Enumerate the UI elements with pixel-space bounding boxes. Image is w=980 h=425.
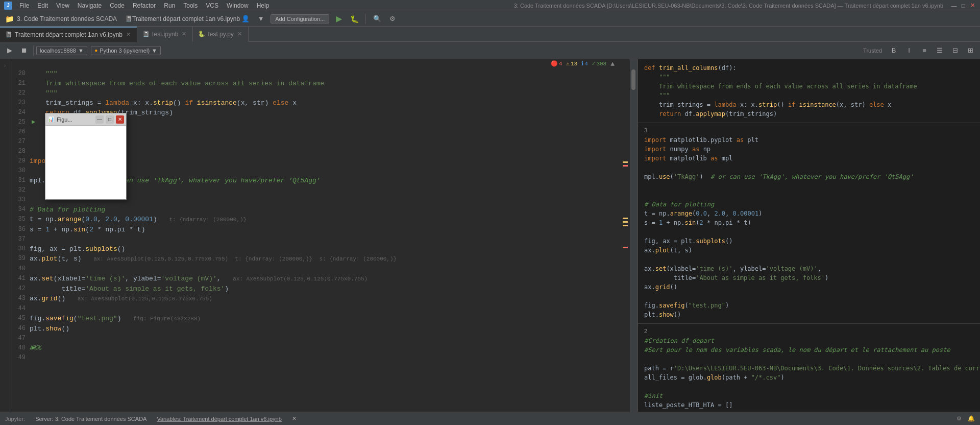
menu-edit[interactable]: Edit bbox=[33, 1, 52, 10]
close-btn[interactable]: ✕ bbox=[969, 2, 976, 9]
editor-area[interactable]: 🔴 4 ⚠ 13 ℹ 4 ✓ 308 bbox=[10, 59, 630, 412]
toolbar-italic-btn[interactable]: I bbox=[902, 44, 916, 57]
scroll-indicator-4 bbox=[623, 221, 628, 223]
bottom-bar: Jupyter: Server: 3. Code Traitement donn… bbox=[0, 412, 980, 425]
menu-window[interactable]: Window bbox=[223, 1, 253, 10]
host-selector[interactable]: localhost:8888 ▼ bbox=[36, 46, 87, 55]
figure-minimize-btn[interactable]: — bbox=[95, 115, 104, 124]
kernel-dropdown-icon: ▼ bbox=[152, 48, 157, 54]
info-count: 4 bbox=[584, 59, 588, 69]
line-num-24: 24 bbox=[10, 108, 30, 117]
notebook-file-icon: 📓 bbox=[125, 15, 132, 22]
menu-run[interactable]: Run bbox=[160, 1, 179, 10]
code-line-41: 41 ax.set(xlabel='time (s)', ylabel='vol… bbox=[10, 274, 630, 284]
line-num-27: 27 bbox=[10, 137, 30, 147]
main-content: › 🔴 4 ⚠ 13 ℹ bbox=[0, 59, 980, 412]
app-icon: J bbox=[4, 2, 12, 10]
tabs-bar: 📓 Traitement départ complet 1an v6.ipynb… bbox=[0, 27, 980, 42]
tab-label-test: test.ipynb bbox=[152, 31, 178, 38]
menu-refactor[interactable]: Refactor bbox=[129, 1, 160, 10]
line-num-35: 35 bbox=[10, 215, 30, 224]
gutter-icon-1: › bbox=[1, 61, 9, 69]
notification-icon[interactable]: 🔔 bbox=[968, 415, 975, 422]
menu-tools[interactable]: Tools bbox=[179, 1, 202, 10]
line-num-44: 44 bbox=[10, 304, 30, 314]
code-line-35: 35 t = np.arange(0.0, 2.0, 0.00001) t: {… bbox=[10, 215, 630, 225]
line-num-42: 42 bbox=[10, 284, 30, 294]
line-num-31: 31 bbox=[10, 176, 30, 185]
kernel-selector[interactable]: ● Python 3 (ipykernel) ▼ bbox=[91, 46, 161, 55]
line-num-43: 43 bbox=[10, 294, 30, 303]
server-label[interactable]: Server: 3. Code Traitement données SCADA bbox=[35, 416, 146, 422]
scroll-indicator-5 bbox=[623, 225, 628, 226]
line-num-36: 36 bbox=[10, 225, 30, 234]
toolbar-col-btn[interactable]: ⊟ bbox=[948, 44, 962, 57]
cell-number-2: 2 bbox=[644, 328, 974, 334]
title-actions: 👤 ▼ Add Configuration... ▶ 🐛 🔍 ⚙ bbox=[240, 13, 398, 25]
toolbar-format-btn[interactable]: ≡ bbox=[918, 44, 931, 57]
line-content-35: t = np.arange(0.0, 2.0, 0.00001) t: {nda… bbox=[30, 215, 630, 225]
line-content-38: fig, ax = plt.subplots() bbox=[30, 244, 630, 254]
figure-content-area bbox=[45, 126, 126, 199]
code-editor[interactable]: 🔴 4 ⚠ 13 ℹ 4 ✓ 308 bbox=[10, 59, 630, 412]
line-content-43: ax.grid() ax: AxesSubplot(0.125,0.125;0.… bbox=[30, 294, 630, 304]
run-cell-btn[interactable]: ▶ bbox=[3, 44, 16, 57]
test-nb-icon: 📓 bbox=[142, 31, 150, 37]
variables-close-icon[interactable]: ✕ bbox=[292, 415, 297, 422]
cell-number-3: 3 bbox=[644, 127, 974, 133]
search-everywhere-btn[interactable]: 🔍 bbox=[372, 13, 383, 25]
toolbar-list-btn[interactable]: ☰ bbox=[933, 44, 946, 57]
menu-file[interactable]: File bbox=[15, 1, 33, 10]
scroll-up-btn[interactable]: ▲ bbox=[610, 59, 615, 69]
line-num-29: 29 bbox=[10, 156, 30, 166]
notebook-tab-icon: 📓 bbox=[5, 31, 12, 38]
run-icon-48[interactable]: ▶ bbox=[32, 343, 35, 353]
tab-close-test[interactable]: ✕ bbox=[181, 30, 187, 38]
tab-test-ipynb[interactable]: 📓 test.ipynb ✕ bbox=[137, 27, 193, 42]
code-line-44: 44 bbox=[10, 304, 630, 314]
code-line-38: 38 fig, ax = plt.subplots() bbox=[10, 244, 630, 254]
info-icon: ℹ bbox=[581, 59, 583, 69]
settings-icon[interactable]: ⚙ bbox=[957, 415, 962, 422]
kernel-label: Python 3 (ipykernel) bbox=[100, 48, 150, 54]
run-icon-25[interactable]: ▶ bbox=[32, 117, 35, 127]
stop-btn[interactable]: ⏹ bbox=[17, 44, 31, 57]
run-config-dropdown[interactable]: ▼ bbox=[255, 13, 266, 25]
code-line-21: 21 Trim whitespace from ends of each val… bbox=[10, 79, 630, 88]
menu-help[interactable]: Help bbox=[253, 1, 274, 10]
menu-code[interactable]: Code bbox=[106, 1, 129, 10]
variables-tab-label[interactable]: Variables: Traitement départ complet 1an… bbox=[157, 416, 281, 422]
scrollbar-thumb[interactable] bbox=[631, 69, 635, 90]
tab-close-test-py[interactable]: ✕ bbox=[236, 30, 243, 38]
toolbar-expand-btn[interactable]: ⊞ bbox=[964, 44, 977, 57]
code-line-20: 20 """ bbox=[10, 69, 630, 79]
tab-test-py[interactable]: 🐍 test py.py ✕ bbox=[193, 27, 248, 42]
minimize-btn[interactable]: — bbox=[950, 2, 958, 9]
vertical-scrollbar[interactable] bbox=[630, 59, 637, 412]
line-content-42: title='About as simple as it gets, folks… bbox=[30, 284, 630, 294]
info-badge: ℹ 4 bbox=[581, 59, 588, 69]
right-cell-2: 2 #Création df_depart #Sert pour le nom … bbox=[638, 324, 980, 412]
line-content-21: Trim whitespace from ends of each value … bbox=[30, 79, 630, 88]
tab-notebook-main[interactable]: 📓 Traitement départ complet 1an v6.ipynb… bbox=[0, 27, 137, 42]
menu-navigate[interactable]: Navigate bbox=[74, 1, 106, 10]
figure-restore-btn[interactable]: □ bbox=[106, 115, 114, 124]
figure-close-btn[interactable]: ✕ bbox=[116, 115, 124, 124]
add-configuration-btn[interactable]: Add Configuration... bbox=[271, 14, 329, 23]
code-line-37: 37 bbox=[10, 234, 630, 244]
run-btn[interactable]: ▶ bbox=[333, 13, 345, 25]
settings-btn[interactable]: ⚙ bbox=[387, 13, 398, 25]
error-icon: 🔴 bbox=[551, 59, 558, 69]
menu-view[interactable]: View bbox=[52, 1, 74, 10]
figure-window-icon: 📊 bbox=[47, 116, 55, 123]
trusted-badge[interactable]: Trusted bbox=[860, 46, 885, 55]
code-line-45: 45 fig.savefig("test.png") fig: Figure(4… bbox=[10, 314, 630, 324]
tab-close-main[interactable]: ✕ bbox=[125, 31, 132, 38]
toolbar-bold-btn[interactable]: B bbox=[887, 44, 900, 57]
menu-vcs[interactable]: VCS bbox=[202, 1, 223, 10]
debug-btn[interactable]: 🐛 bbox=[349, 13, 360, 25]
restore-btn[interactable]: □ bbox=[960, 2, 967, 9]
figure-window-title: Figu... bbox=[57, 116, 93, 123]
code-line-43: 43 ax.grid() ax: AxesSubplot(0.125,0.125… bbox=[10, 294, 630, 304]
profile-btn[interactable]: 👤 bbox=[240, 13, 251, 25]
